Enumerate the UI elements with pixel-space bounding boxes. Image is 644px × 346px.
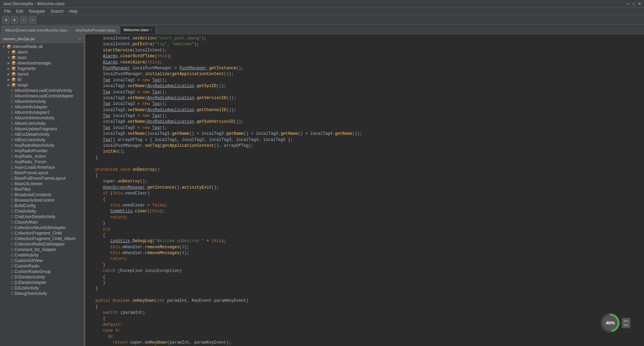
minimize-btn[interactable]: ─ [627, 1, 630, 6]
tree-item-downloadmanager[interactable]: ▶ 📦 downloadmanager [0, 60, 84, 66]
tab-welcome[interactable]: Welcome.class × [120, 26, 156, 34]
tree-item-collectionfragment_child[interactable]: C CollectionFragment_Child [0, 230, 84, 236]
tree-item-layout-label: layout [17, 72, 28, 76]
tree-item-chatuserdetailactivity[interactable]: C ChatUserDetailActivity [0, 214, 84, 219]
status-label2: 0% [624, 323, 628, 327]
tree-item-label: DJDetailsAdapter [14, 280, 46, 285]
tree-item-anyradiomainactivity[interactable]: C AnyRadioMainActivity [0, 143, 84, 148]
tree-item-label: ChatActivity [14, 209, 36, 214]
tree-item-anyradioprovider[interactable]: C AnyRadioProvider [0, 148, 84, 154]
tree-item-collectionradioeditadapter[interactable]: C CollectionRadioEditAdapter [0, 241, 84, 247]
jar-tab-label: classes_dex2jar.jar [3, 37, 35, 41]
tab-close-icon[interactable]: × [150, 28, 152, 32]
class-icon: C [11, 237, 13, 241]
tree-item-chatactivity[interactable]: C ChatActivity [0, 208, 84, 214]
close-btn[interactable]: ✕ [638, 1, 641, 6]
tree-item-label: CustomRadioGroup [14, 269, 51, 274]
code-editor[interactable]: localIntent.setAction("start_push_umeng"… [85, 34, 644, 346]
tab-album-download[interactable]: AlbumDownLoadControlActivity.class [1, 26, 71, 34]
content-area: classes_dex2jar.jar × ▼ 📦 InternetRadio.… [0, 34, 644, 346]
tree-item-debugtestactivity[interactable]: C DebugTestActivity [0, 291, 84, 296]
menu-navigate[interactable]: Navigate [26, 8, 48, 14]
class-icon: C [11, 105, 13, 109]
expand-alarm-icon: ▼ [6, 50, 11, 54]
tree-item-label: CollectionFragment_Child_Album [14, 236, 76, 241]
tree-item-fragments[interactable]: ▶ 📦 fragments [0, 66, 84, 71]
tree-item-albuminfoadapter[interactable]: C AlbumInfoAdapter [0, 104, 84, 110]
undo-button[interactable]: ↩ [20, 16, 27, 24]
tree-item-label: AsyncLoadUIInterface [14, 165, 55, 170]
tree-item-collectionfragment_child_album[interactable]: C CollectionFragment_Child_Album [0, 236, 84, 241]
tree-item-buildconfig[interactable]: C BuildConfig [0, 203, 84, 208]
tree-item-label: AllExcDetailActivity [14, 132, 49, 137]
tree-item-customradio[interactable]: C CustomRadio [0, 263, 84, 269]
tab-label: AnyRadioProvider.class [75, 28, 115, 32]
tree-item-layout[interactable]: ▶ 📦 layout [0, 71, 84, 77]
jar-tab-close[interactable]: × [79, 37, 81, 41]
tree-item-allexcdetailactivity[interactable]: C AllExcDetailActivity [0, 132, 84, 137]
tree-item-baseframelayout[interactable]: C BaseFrameLayout [0, 170, 84, 176]
file-tabs: AlbumDownLoadControlActivity.class AnyRa… [0, 25, 644, 34]
tree-item-label: BasePullDownFrameLayout [14, 176, 65, 181]
tree-item-label: AlbumInfoIntroActivity [14, 116, 54, 120]
tree-item-label: CustomRadio [14, 264, 39, 269]
tree-item-browseractioncontrol[interactable]: C BrowserActionControl [0, 198, 84, 203]
tab-any-radio-provider[interactable]: AnyRadioProvider.class [72, 26, 119, 34]
maximize-btn[interactable]: □ [633, 1, 635, 6]
tree-item-albuminfointroactivity[interactable]: C AlbumInfoIntroActivity [0, 115, 84, 121]
tree-item-label: BuildConfig [14, 203, 35, 208]
tree-item-djlistactivity[interactable]: C DJListActivity [0, 285, 84, 291]
layout-package-icon: 📦 [11, 72, 16, 76]
tree-item-broadcastconstants[interactable]: C BroadcastConstants [0, 192, 84, 198]
tree-item-albuminfoadapter2[interactable]: C AlbumInfoAdapter2 [0, 110, 84, 115]
tree-item-classifymain[interactable]: C ClassifyMain [0, 219, 84, 225]
tree-root-item[interactable]: ▼ 📦 InternetRadio.all [0, 44, 84, 49]
tree-item-label: BrowserActionControl [14, 198, 54, 203]
tree-item-customgifview[interactable]: C CustomGifView [0, 258, 84, 263]
tree-item-wxapi[interactable]: ▶ 📦 wxapi [0, 82, 84, 88]
tree-item-allexclistactivity[interactable]: C AllExcListActivity [0, 137, 84, 143]
tree-item-djdetailsadapter[interactable]: C DJDetailsAdapter [0, 280, 84, 285]
tree-item-blurfilter[interactable]: C BlurFilter [0, 187, 84, 192]
tree-item-dm-label: downloadmanager [17, 61, 51, 65]
tree-item-comment_list_adapter[interactable]: C Comment_list_Adapter [0, 247, 84, 252]
tree-item-albuminfoactivity[interactable]: C AlbumInfoActivity [0, 99, 84, 104]
tree-item-alarm[interactable]: ▼ 📦 alarm [0, 49, 84, 55]
tree-item-frag-label: fragments [17, 66, 36, 71]
tree-item-label: BaseUIListener [14, 181, 42, 186]
tree-item-albumupdatefragment[interactable]: C AlbumUpdateFragment [0, 126, 84, 132]
menu-search[interactable]: Search [48, 8, 66, 14]
tree-item-basepulldownframelayout[interactable]: C BasePullDownFrameLayout [0, 176, 84, 181]
main-layout: AlbumDownLoadControlActivity.class AnyRa… [0, 25, 644, 346]
redo-button[interactable]: ↪ [29, 16, 36, 24]
jar-tab[interactable]: classes_dex2jar.jar × [0, 34, 84, 43]
tree-item-customradiogroup[interactable]: C CustomRadioGroup [0, 269, 84, 274]
tree-item-label: BaseFrameLayout [14, 170, 48, 175]
tree-item-bean[interactable]: ▼ 📦 bean [0, 55, 84, 60]
tree-item-baseuilistener[interactable]: C BaseUIListener [0, 181, 84, 187]
menu-file[interactable]: File [1, 8, 13, 14]
tree-item-collectionalbumeditadapter[interactable]: C CollectionAlbumEditAdapter [0, 225, 84, 230]
class-icon: C [11, 193, 13, 197]
tree-item-label: AnyRadio_Forum [14, 159, 46, 164]
back-button[interactable]: ◀ [2, 16, 10, 24]
forward-button[interactable]: ▶ [11, 16, 19, 24]
class-icon: C [11, 144, 13, 147]
expand-frag-icon: ▶ [6, 67, 11, 70]
tree-item-lib-label: lib [17, 77, 22, 82]
wxapi-package-icon: 📦 [11, 83, 16, 87]
tree-item-anyradio_forum[interactable]: C AnyRadio_Forum [0, 159, 84, 165]
menu-help[interactable]: Help [66, 8, 80, 14]
class-icon: C [11, 264, 13, 268]
tree-item-creditactivity[interactable]: C CreditActivity [0, 252, 84, 258]
tree-item-anyradio_action[interactable]: C AnyRadio_Action [0, 154, 84, 159]
tree-item-wxapi-label: wxapi [17, 83, 28, 87]
tree-item-djdetailsactivity[interactable]: C DJDetailsActivity [0, 274, 84, 280]
class-icon: C [11, 188, 13, 191]
tree-item-albumdownloadcontroladapter[interactable]: C AlbumDownLoadControlAdapter [0, 93, 84, 99]
tree-item-albumlistactivity[interactable]: C AlbumListActivity [0, 121, 84, 126]
tree-item-lib[interactable]: ▶ 📦 lib [0, 77, 84, 82]
menu-edit[interactable]: Edit [13, 8, 26, 14]
tree-item-albumdownloadcontrolactivity[interactable]: C AlbumDownLoadControlActivity [0, 88, 84, 93]
tree-item-asyncloaduiinterface[interactable]: C AsyncLoadUIInterface [0, 165, 84, 170]
